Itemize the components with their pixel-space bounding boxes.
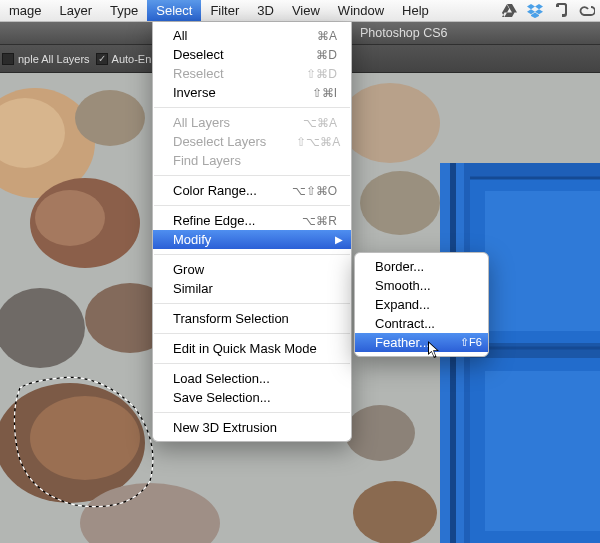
menu-separator <box>154 363 350 364</box>
menu-separator <box>154 303 350 304</box>
svg-point-3 <box>75 90 145 146</box>
menu-item-find-layers: Find Layers <box>153 151 351 170</box>
svg-point-13 <box>353 481 437 543</box>
modify-submenu: Border... Smooth... Expand... Contract..… <box>354 252 489 357</box>
menu-item-grow[interactable]: Grow <box>153 260 351 279</box>
svg-point-9 <box>30 396 140 480</box>
menu-item-expand[interactable]: Expand... <box>355 295 488 314</box>
menu-item-smooth[interactable]: Smooth... <box>355 276 488 295</box>
menu-item-transform-selection[interactable]: Transform Selection <box>153 309 351 328</box>
menu-filter[interactable]: Filter <box>201 0 248 21</box>
checkbox-icon[interactable] <box>2 53 14 65</box>
checkbox-icon[interactable]: ✓ <box>96 53 108 65</box>
menu-separator <box>154 107 350 108</box>
svg-point-12 <box>345 405 415 461</box>
menu-item-color-range[interactable]: Color Range...⌥⇧⌘O <box>153 181 351 200</box>
menu-item-all-layers: All Layers⌥⌘A <box>153 113 351 132</box>
menu-separator <box>154 175 350 176</box>
select-menu-dropdown: All⌘A Deselect⌘D Reselect⇧⌘D Inverse⇧⌘I … <box>152 22 352 442</box>
svg-rect-20 <box>470 343 600 358</box>
menu-item-deselect[interactable]: Deselect⌘D <box>153 45 351 64</box>
menu-item-load-selection[interactable]: Load Selection... <box>153 369 351 388</box>
menu-item-modify[interactable]: Modify▶ <box>153 230 351 249</box>
menu-select[interactable]: Select <box>147 0 201 21</box>
menu-window[interactable]: Window <box>329 0 393 21</box>
menu-view[interactable]: View <box>283 0 329 21</box>
svg-point-5 <box>35 190 105 246</box>
menu-item-reselect: Reselect⇧⌘D <box>153 64 351 83</box>
menu-item-deselect-layers: Deselect Layers⇧⌥⌘A <box>153 132 351 151</box>
svg-rect-21 <box>485 191 600 331</box>
menu-image[interactable]: mage <box>0 0 51 21</box>
evernote-icon[interactable] <box>552 2 570 20</box>
menu-item-quick-mask[interactable]: Edit in Quick Mask Mode <box>153 339 351 358</box>
cc-icon[interactable] <box>578 2 596 20</box>
menu-separator <box>154 254 350 255</box>
menu-item-refine-edge[interactable]: Refine Edge...⌥⌘R <box>153 211 351 230</box>
svg-point-11 <box>360 171 440 235</box>
menu-item-all[interactable]: All⌘A <box>153 26 351 45</box>
menu-item-similar[interactable]: Similar <box>153 279 351 298</box>
menu-item-border[interactable]: Border... <box>355 257 488 276</box>
menu-separator <box>154 205 350 206</box>
svg-rect-22 <box>485 371 600 531</box>
dropbox-icon[interactable] <box>526 2 544 20</box>
menu-item-new-3d-extrusion[interactable]: New 3D Extrusion <box>153 418 351 437</box>
submenu-arrow-icon: ▶ <box>335 234 343 245</box>
menu-type[interactable]: Type <box>101 0 147 21</box>
menu-help[interactable]: Help <box>393 0 438 21</box>
svg-point-10 <box>340 83 440 163</box>
menu-layer[interactable]: Layer <box>51 0 102 21</box>
app-title: Photoshop CS6 <box>360 26 448 40</box>
menu-separator <box>154 412 350 413</box>
menu-item-save-selection[interactable]: Save Selection... <box>153 388 351 407</box>
menu-3d[interactable]: 3D <box>248 0 283 21</box>
menu-separator <box>154 333 350 334</box>
mac-menubar: mage Layer Type Select Filter 3D View Wi… <box>0 0 600 22</box>
gdrive-icon[interactable] <box>500 2 518 20</box>
menu-item-inverse[interactable]: Inverse⇧⌘I <box>153 83 351 102</box>
menu-item-contract[interactable]: Contract... <box>355 314 488 333</box>
option-sample-all-layers[interactable]: nple All Layers <box>2 53 90 65</box>
menu-item-feather[interactable]: Feather...⇧F6 <box>355 333 488 352</box>
